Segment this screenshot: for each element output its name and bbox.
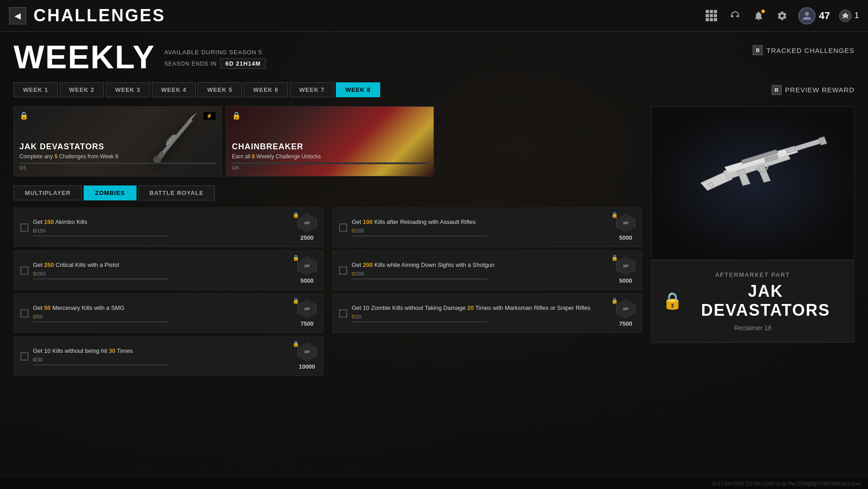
challenge-info-1: Get 150 Akimbo Kills 0/150 [33,218,293,237]
challenge-progress-bar-2 [33,278,169,280]
xp-amount-7: 7500 [619,320,632,327]
xp-amount-3: 7500 [301,320,314,327]
week-tab-1[interactable]: WEEK 1 [14,82,58,97]
xp-badge-5: XP [616,214,635,233]
challenge-checkbox-5[interactable] [339,223,347,232]
challenge-checkbox-4[interactable] [20,352,28,361]
settings-icon[interactable] [775,9,789,23]
prestige-info: 1 [839,9,859,22]
week-tab-8[interactable]: WEEK 8 [336,82,380,97]
challenge-checkbox-3[interactable] [20,309,28,318]
weapon-showcase [651,106,854,260]
challenge-progress-text-4: 0/30 [33,357,293,362]
back-button[interactable]: ◀ [9,7,26,24]
reward-card-chainbreaker[interactable]: 🔒 CHAINBREAKER Earn all 8 Weekly Challen… [226,106,434,176]
battle-royale-tab[interactable]: BATTLE ROYALE [138,185,215,200]
bottom-bar: 10.17.19373551 [72:156:1126[+11:A] Thu [… [0,478,868,489]
tracked-challenges-button[interactable]: B TRACKED CHALLENGES [753,45,854,55]
week-tab-4[interactable]: WEEK 4 [152,82,196,97]
top-bar: ◀ CHALLENGES [0,0,868,32]
zombies-tab[interactable]: ZOMBIES [84,185,136,200]
preview-reward-button[interactable]: R PREVIEW REWARD [772,85,854,95]
challenge-info-7: Get 10 Zombie Kills without Taking Damag… [352,304,612,323]
challenge-progress-text-1: 0/150 [33,228,293,233]
reward-card-jak[interactable]: 🔒 [14,106,222,176]
challenge-info-6: Get 200 Kills while Aiming Down Sights w… [352,261,612,280]
xp-badge-4: XP [297,342,316,361]
multiplayer-tab[interactable]: MULTIPLAYER [14,185,82,200]
notification-icon[interactable] [751,9,766,23]
challenge-progress-bar-3 [33,321,169,323]
reward-card-1-progress-bar [19,162,216,164]
challenge-title-5: Get 100 Kills after Reloading with Assau… [352,218,612,226]
reward-cards: 🔒 [14,106,642,176]
weapon-showcase-image [676,129,830,237]
challenge-xp-area-5: 🔒 XP 5000 [616,214,635,241]
week-tab-6[interactable]: WEEK 6 [244,82,288,97]
challenges-right: Get 100 Kills after Reloading with Assau… [332,208,642,376]
challenge-checkbox-7[interactable] [339,309,347,318]
challenge-lock-7: 🔒 [611,298,618,304]
reward-card-1-content: JAK DEVASTATORS Complete any 5 Challenge… [19,142,216,171]
grid-menu-icon[interactable] [704,9,719,23]
reward-card-2-progress-bar [232,162,428,164]
prestige-level: 1 [854,11,859,20]
challenge-progress-text-6: 0/200 [352,271,612,276]
week-tab-7[interactable]: WEEK 7 [290,82,334,97]
season-info: AVAILABLE DURING SEASON 5 SEASON ENDS IN… [164,49,265,69]
weapon-info-panel: AFTERMARKET PART 🔒 JAK DEVASTATORS Recla… [651,260,854,343]
challenge-checkbox-1[interactable] [20,223,28,232]
xp-badge-2: XP [297,256,316,275]
challenge-progress-text-2: 0/250 [33,271,293,276]
challenge-checkbox-6[interactable] [339,266,347,275]
player-avatar [798,7,816,24]
challenge-info-3: Get 50 Mercenary Kills with a SMG 0/50 [33,304,293,323]
right-panel: AFTERMARKET PART 🔒 JAK DEVASTATORS Recla… [651,106,854,376]
reward-card-1-desc: Complete any 5 Challenges from Week 8 [19,153,216,160]
headset-icon[interactable] [728,9,742,23]
challenge-xp-area-4: 🔒 XP 10000 [297,342,316,370]
week-tab-3[interactable]: WEEK 3 [106,82,150,97]
xp-amount-2: 5000 [301,277,314,284]
challenge-lock-5: 🔒 [611,212,618,218]
card-lock-icon-2: 🔒 [232,111,241,120]
week-tabs-left: WEEK 1 WEEK 2 WEEK 3 WEEK 4 WEEK 5 WEEK … [14,82,380,97]
xp-badge-3: XP [297,299,316,318]
challenge-progress-bar-7 [352,321,487,323]
challenge-item-2: Get 250 Critical Kills with a Pistol 0/2… [14,251,323,290]
amp-badge: ⚡ [203,112,216,120]
challenge-title-3: Get 50 Mercenary Kills with a SMG [33,304,293,312]
week-tabs: WEEK 1 WEEK 2 WEEK 3 WEEK 4 WEEK 5 WEEK … [14,82,854,97]
xp-amount-5: 5000 [619,234,632,241]
challenge-lock-6: 🔒 [611,255,618,261]
challenge-title-6: Get 200 Kills while Aiming Down Sights w… [352,261,612,269]
challenge-progress-text-3: 0/50 [33,314,293,319]
season-available: AVAILABLE DURING SEASON 5 [164,49,265,56]
week-tab-5[interactable]: WEEK 5 [198,82,242,97]
challenge-xp-area-1: 🔒 XP 2500 [297,214,316,241]
challenge-title-4: Get 10 Kills without being hit 30 Times [33,347,293,355]
challenge-title-7: Get 10 Zombie Kills without Taking Damag… [352,304,612,312]
challenge-checkbox-2[interactable] [20,266,28,275]
debug-text: 10.17.19373551 [72:156:1126[+11:A] Thu [… [712,481,861,486]
challenge-lock-3: 🔒 [292,298,299,304]
preview-reward-label: PREVIEW REWARD [785,86,854,94]
main-content: WEEKLY AVAILABLE DURING SEASON 5 SEASON … [0,32,868,385]
challenge-progress-bar-5 [352,235,487,237]
challenge-progress-bar-4 [33,364,169,366]
challenge-item-3: Get 50 Mercenary Kills with a SMG 0/50 [14,294,323,333]
challenge-progress-text-5: 0/100 [352,228,612,233]
challenge-info-4: Get 10 Kills without being hit 30 Times … [33,347,293,366]
player-info: 47 [798,7,830,24]
r-key: R [772,85,782,95]
xp-amount-6: 5000 [619,277,632,284]
challenge-progress-text-7: 0/20 [352,314,612,319]
weekly-title-section: WEEKLY AVAILABLE DURING SEASON 5 SEASON … [14,41,266,73]
notification-dot [761,9,765,13]
challenge-lock-2: 🔒 [292,255,299,261]
week-tab-2[interactable]: WEEK 2 [60,82,104,97]
season-ends: SEASON ENDS IN 6d 21h14m [164,58,265,69]
challenge-info-5: Get 100 Kills after Reloading with Assau… [352,218,612,237]
challenge-xp-area-2: 🔒 XP 5000 [297,256,316,284]
challenge-title-2: Get 250 Critical Kills with a Pistol [33,261,293,269]
